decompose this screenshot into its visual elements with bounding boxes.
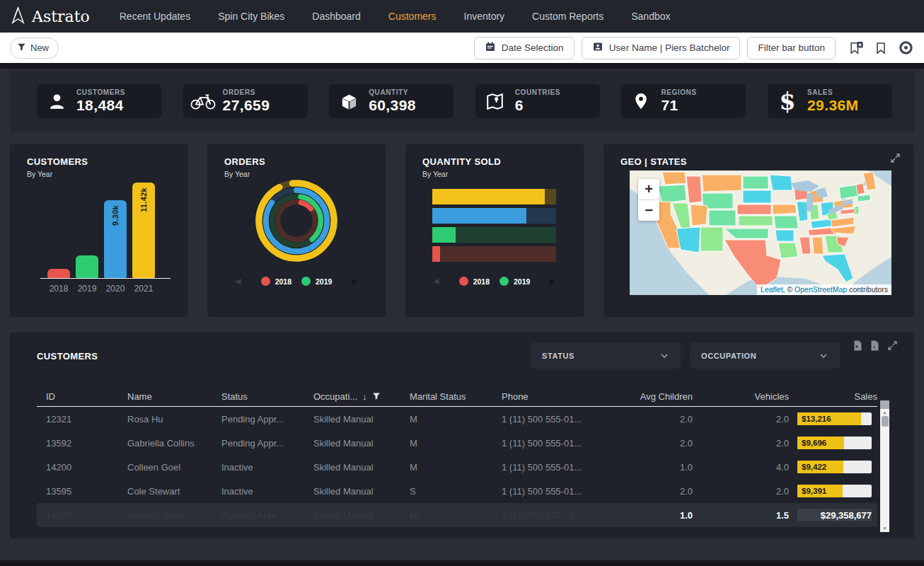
column-header-id[interactable]: ID (37, 391, 127, 402)
zoom-out-button[interactable]: − (638, 200, 659, 221)
nav-item-recent-updates[interactable]: Recent Updates (120, 11, 190, 22)
nav-item-customers[interactable]: Customers (388, 11, 437, 22)
chart-subtitle: By Year (27, 170, 52, 178)
table-row[interactable]: 14200Colleen GoelInactiveSkilled ManualM… (37, 455, 877, 479)
cell-phone: 1 (11) 500 555-01... (502, 438, 612, 449)
nav-item-sandbox[interactable]: Sandbox (631, 11, 670, 22)
column-header-name[interactable]: Name (127, 391, 221, 402)
year-legend: ◀20182019▶ (405, 277, 584, 286)
table-action-icons: x , (853, 340, 899, 352)
date-selection-button[interactable]: Date Selection (474, 37, 574, 59)
bookmark-add-icon[interactable] (848, 40, 864, 56)
kpi-card-regions[interactable]: REGIONS71 (621, 84, 746, 118)
pin-icon (621, 92, 661, 110)
column-header-vehicles[interactable]: Vehicles (693, 391, 789, 402)
nav-item-dashboard[interactable]: Dashboard (312, 11, 361, 22)
column-header-occupati-[interactable]: Occupati...↓ (313, 391, 410, 402)
table-title: CUSTOMERS (37, 351, 98, 362)
scroll-up-icon[interactable]: ▲ (880, 410, 889, 415)
column-header-marital-status[interactable]: Marital Status (410, 391, 502, 402)
column-header-phone[interactable]: Phone (502, 391, 612, 402)
nav-item-spin-city-bikes[interactable]: Spin City Bikes (218, 11, 284, 22)
bar-2021[interactable]: 11.42k (132, 183, 155, 278)
leaflet-map[interactable]: + − Leaflet, © OpenStreetMap contributor… (630, 171, 891, 295)
legend-label: 2019 (514, 277, 530, 286)
legend-item-2018[interactable]: 2018 (459, 277, 490, 286)
legend-next-icon[interactable]: ▶ (550, 277, 555, 285)
hbar-2018[interactable] (432, 246, 556, 262)
leaflet-link[interactable]: Leaflet (761, 285, 783, 294)
chevron-down-icon (659, 351, 669, 361)
year-legend: ◀20182019▶ (207, 277, 386, 286)
filter-bar-button[interactable]: Filter bar button (747, 37, 836, 59)
hbar-2020[interactable] (432, 208, 556, 224)
new-filter-button[interactable]: New (10, 37, 59, 59)
sales-bar: $9,696 (797, 437, 872, 449)
top-nav: Astrato Recent UpdatesSpin City BikesDas… (0, 0, 924, 33)
scrollbar-thumb[interactable] (882, 416, 889, 427)
kpi-card-sales[interactable]: $SALES29.36M (768, 84, 892, 118)
bar-value-label: 9.30k (111, 205, 120, 226)
kpi-card-orders[interactable]: ORDERS27,659 (183, 84, 308, 118)
nav-item-inventory[interactable]: Inventory (464, 11, 505, 22)
kpi-label: REGIONS (661, 88, 696, 96)
column-header-avg-children[interactable]: Avg Children (612, 391, 693, 402)
expand-icon[interactable] (887, 340, 899, 352)
kpi-label: CUSTOMERS (76, 88, 125, 96)
customers-chart-panel: CUSTOMERS By Year 9.30k11.42k 2018201920… (10, 144, 188, 317)
occupation-dropdown[interactable]: OCCUPATION (690, 342, 840, 369)
kpi-card-countries[interactable]: COUNTRIES6 (475, 84, 600, 118)
kpi-card-customers[interactable]: CUSTOMERS18,484 (37, 84, 161, 118)
export-csv-icon[interactable]: , (870, 340, 880, 352)
x-tick-2018: 2018 (47, 284, 70, 294)
legend-prev-icon[interactable]: ◀ (235, 277, 241, 285)
table-scrollbar[interactable]: ▲ ▼ (880, 400, 889, 532)
ghost-occupation: Skilled Manual (313, 510, 410, 521)
export-excel-icon[interactable]: x (853, 340, 863, 352)
bookmark-icon[interactable] (874, 41, 888, 55)
table-row[interactable]: 12321Rosa HuPending Appr...Skilled Manua… (37, 407, 877, 431)
legend-prev-icon[interactable]: ◀ (433, 277, 439, 285)
table-row[interactable]: 13592Gabriella CollinsPending Appr...Ski… (37, 431, 877, 455)
legend-item-2019[interactable]: 2019 (301, 277, 332, 286)
hbar-2019[interactable] (432, 227, 556, 243)
legend-item-2019[interactable]: 2019 (499, 277, 530, 286)
expand-icon[interactable] (889, 152, 901, 167)
hbar-2021[interactable] (432, 189, 556, 204)
user-name-button[interactable]: User Name | Piers Batchelor (582, 37, 741, 59)
scroll-down-icon[interactable]: ▼ (880, 526, 889, 531)
kpi-value: 6 (515, 97, 560, 114)
brand[interactable]: Astrato (10, 6, 90, 27)
column-header-status[interactable]: Status (221, 391, 313, 402)
bar-2019[interactable] (76, 255, 98, 278)
legend-dot (499, 277, 509, 286)
status-dropdown[interactable]: STATUS (531, 342, 681, 369)
cell-phone: 1 (11) 500 555-01... (502, 486, 612, 497)
sales-value: $9,422 (802, 463, 826, 471)
cell-marital: M (410, 438, 502, 449)
scrollbar-cap[interactable] (880, 400, 889, 409)
nav-item-custom-reports[interactable]: Custom Reports (532, 11, 604, 22)
sort-desc-icon[interactable]: ↓ (362, 391, 367, 402)
legend-next-icon[interactable]: ▶ (352, 277, 357, 285)
bicycle-icon (183, 91, 223, 111)
chart-title: QUANTITY SOLD (422, 156, 501, 167)
column-filter-icon[interactable] (372, 392, 381, 400)
kpi-label: ORDERS (223, 88, 270, 96)
bar-2018[interactable] (47, 269, 70, 278)
legend-item-2018[interactable]: 2018 (261, 277, 291, 286)
osm-link[interactable]: OpenStreetMap (795, 285, 847, 294)
kpi-card-quantity[interactable]: QUANTITY60,398 (329, 84, 454, 118)
table-row[interactable]: 13595Cole StewartInactiveSkilled ManualS… (37, 479, 877, 503)
eye-icon[interactable] (898, 40, 914, 56)
cell-avg-children: 2.0 (612, 438, 693, 449)
bar-2020[interactable]: 9.30k (104, 200, 127, 278)
column-header-sales[interactable]: Sales (789, 391, 877, 402)
donut-rings-chart[interactable] (255, 179, 338, 265)
cell-sales: $9,391 (789, 485, 877, 497)
cell-marital: S (410, 486, 502, 497)
kpi-value: 29.36M (807, 97, 858, 114)
ghost-marital: M (410, 510, 502, 521)
divider-strip-bottom (0, 560, 924, 566)
zoom-in-button[interactable]: + (638, 179, 659, 200)
